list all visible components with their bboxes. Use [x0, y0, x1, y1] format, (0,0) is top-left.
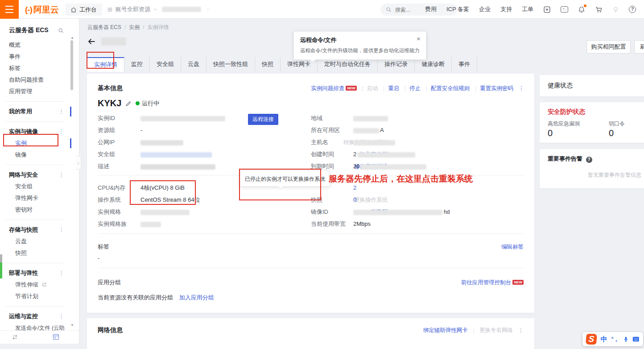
more-icon[interactable]: ⋮ [58, 126, 64, 137]
sidebar-item-overview[interactable]: 概览 [0, 39, 70, 51]
sidebar-search-icon[interactable] [58, 27, 64, 35]
notifications-bell-icon[interactable] [578, 6, 585, 13]
help-circle-icon[interactable]: ? [586, 157, 592, 163]
bind-eni-link[interactable]: 绑定辅助弹性网卡 [423, 327, 468, 333]
swap-arrows-icon[interactable] [12, 334, 18, 342]
more-icon[interactable]: ⋮ [58, 267, 64, 279]
collapse-panel-icon[interactable] [53, 334, 59, 342]
sidebar-group-ops-monitoring[interactable]: 运维与监控⋮ [0, 311, 70, 322]
nav-link-icp[interactable]: ICP 备案 [446, 5, 469, 13]
close-icon[interactable]: × [417, 35, 421, 42]
value-redacted [140, 210, 190, 215]
home-icon [70, 7, 77, 13]
instance-troubleshoot-link[interactable]: 实例问题排查 [311, 85, 344, 91]
sidebar-item-events[interactable]: 事件 [0, 51, 70, 62]
reset-password-link[interactable]: 重置实例密码 [480, 85, 513, 91]
more-network-actions-icon[interactable]: ⋮ [518, 327, 524, 333]
breadcrumb-ecs[interactable]: 云服务器 ECS [87, 24, 121, 30]
no-events-text: 暂无重要事件告警信息 [588, 171, 641, 179]
edit-tags-link[interactable]: 编辑标签 [501, 241, 524, 253]
cloud-shell-icon[interactable]: >_ [561, 6, 568, 12]
back-arrow-icon[interactable] [87, 38, 96, 45]
sogou-logo[interactable]: S [586, 334, 597, 345]
sidebar-item-auto-scaling[interactable]: 弹性伸缩 [0, 279, 70, 291]
scrollbar-up-arrow[interactable]: ▲ [70, 36, 74, 40]
more-icon[interactable]: ⋮ [58, 311, 64, 322]
value-redacted [360, 164, 426, 170]
remote-connect-button[interactable]: 远程连接 [248, 114, 278, 125]
keyboard-icon[interactable] [632, 336, 640, 342]
app-console-link[interactable]: 前往应用管理控制台 [461, 279, 512, 286]
sidebar-group-storage-snapshots[interactable]: 存储与快照⋮ [0, 224, 70, 236]
vuln-metric-value[interactable]: 0 [548, 128, 553, 138]
divider [5, 101, 65, 102]
more-icon[interactable]: ⋮ [58, 169, 64, 181]
more-icon[interactable]: ⋮ [58, 224, 64, 236]
more-actions-icon[interactable]: ⋮ [519, 85, 524, 91]
sidebar-group-instances-images[interactable]: 实例与镜像⋮ [0, 126, 70, 137]
nav-link-enterprise[interactable]: 企业 [479, 5, 491, 13]
tab-snapshots[interactable]: 快照 [255, 57, 281, 72]
more-icon[interactable]: ⋮ [58, 106, 64, 117]
sidebar-item-snapshots[interactable]: 快照 [0, 247, 70, 259]
weak-password-value[interactable]: 0 [609, 128, 614, 138]
hamburger-menu-button[interactable] [0, 0, 19, 19]
account-scope-dropdown[interactable]: 账号全部资源 [107, 5, 157, 13]
page-title-row [87, 37, 126, 46]
value-redacted [140, 152, 212, 158]
sidebar-item-savings-plans[interactable]: 节省计划 [0, 291, 70, 302]
workbench-button[interactable]: 工作台 [65, 4, 102, 16]
refresh-button[interactable]: 刷新 [634, 40, 644, 54]
cart-icon[interactable] [595, 6, 603, 13]
sidebar-item-app-management[interactable]: 应用管理 [0, 86, 70, 97]
change-vpc-link-disabled: 更换专有网络 [479, 327, 513, 333]
value-redacted [140, 222, 161, 227]
scrollbar-down-arrow[interactable]: ▼ [70, 323, 74, 327]
ime-punct-toggle[interactable]: °， [611, 336, 619, 343]
sidebar-item-images[interactable]: 镜像 [0, 149, 70, 161]
stop-link[interactable]: 停止 [409, 85, 421, 91]
help-icon[interactable]: ? [629, 6, 636, 13]
ime-lang-toggle[interactable]: 中 [601, 335, 607, 344]
buy-same-config-button[interactable]: 购买相同配置 [586, 40, 631, 54]
join-app-group-link[interactable]: 加入应用分组 [179, 294, 214, 301]
mic-icon[interactable] [623, 336, 629, 343]
tab-monitoring[interactable]: 监控 [124, 57, 150, 72]
sidebar-group-deploy-elasticity[interactable]: 部署与弹性⋮ [0, 267, 70, 279]
sidebar-item-instances[interactable]: 实例 [0, 137, 70, 149]
tab-snapshot-consistency-groups[interactable]: 快照一致性组 [206, 57, 255, 72]
health-status-title: 健康状态 [548, 82, 573, 90]
sidebar-group-network-security[interactable]: 网络与安全⋮ [0, 169, 70, 181]
sidebar-item-enis[interactable]: 弹性网卡 [0, 192, 70, 204]
nav-link-support[interactable]: 支持 [500, 5, 512, 13]
sidebar-item-disks[interactable]: 云盘 [0, 236, 70, 247]
chevron-down-icon[interactable] [206, 7, 211, 12]
nav-link-billing[interactable]: 费用 [425, 5, 437, 13]
tab-security-groups[interactable]: 安全组 [150, 57, 181, 72]
sidebar-item-security-groups[interactable]: 安全组 [0, 181, 70, 192]
disk-count-link[interactable]: 2 [353, 184, 356, 191]
sidebar-collapse-handle[interactable]: ‹ [76, 156, 81, 170]
nav-link-tickets[interactable]: 工单 [522, 5, 533, 13]
edit-pencil-icon[interactable] [125, 100, 132, 107]
instance-name: KYKJ [98, 98, 121, 108]
app-center-icon[interactable] [543, 6, 551, 13]
restart-link[interactable]: 重启 [388, 85, 399, 91]
snapshot-count-link[interactable]: 0 [353, 196, 356, 203]
lightbulb-icon[interactable] [612, 6, 619, 13]
sidebar-item-self-troubleshoot[interactable]: 自助问题排查 [0, 74, 70, 86]
tab-events[interactable]: 事件 [452, 57, 477, 72]
configure-sg-rules-link[interactable]: 配置安全组规则 [431, 85, 470, 91]
breadcrumb-instances[interactable]: 实例 [129, 24, 140, 30]
sidebar-item-tags[interactable]: 标签 [0, 62, 70, 74]
sidebar-item-key-pairs[interactable]: 密钥对 [0, 204, 70, 216]
sidebar-scrollbar-thumb[interactable] [70, 40, 73, 90]
value-redacted [140, 140, 183, 145]
sidebar-group-favorites[interactable]: 我的常用⋮ [0, 106, 70, 117]
notification-dot [584, 4, 586, 7]
tab-instance-detail[interactable]: 实例详情 [87, 57, 124, 72]
new-badge: NEW [346, 86, 357, 91]
divider [5, 165, 65, 165]
tab-disks[interactable]: 云盘 [181, 57, 206, 72]
account-name-redacted [162, 7, 201, 12]
